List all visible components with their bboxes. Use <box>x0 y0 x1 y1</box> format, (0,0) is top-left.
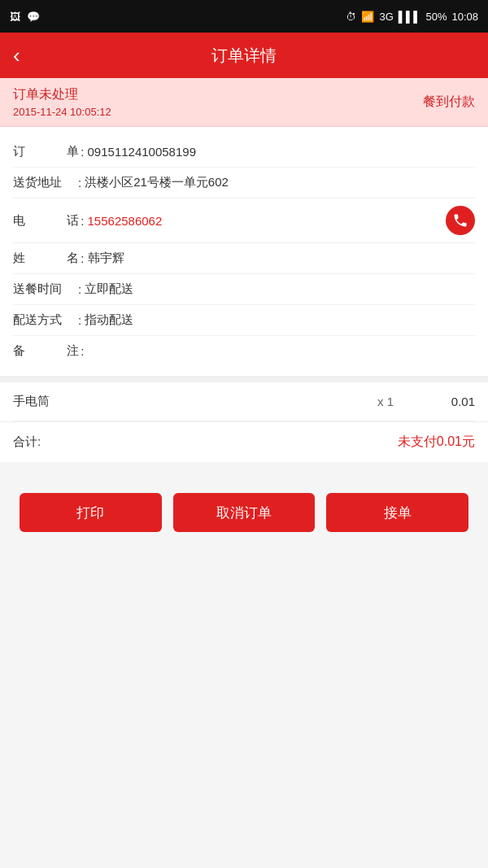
customer-name-value: 韩宇辉 <box>88 251 475 266</box>
order-number-row: 订 单 : 0915112410058199 <box>13 137 475 168</box>
delivery-method-value: 指动配送 <box>85 312 475 328</box>
payment-type: 餐到付款 <box>423 94 475 111</box>
print-button[interactable]: 打印 <box>20 493 162 532</box>
status-bar: 🖼 💬 ⏱ 📶 3G ▌▌▌ 50% 10:08 <box>0 0 488 33</box>
phone-label: 电 话 <box>13 213 81 229</box>
item-name: 手电筒 <box>13 394 353 409</box>
section-divider <box>0 376 488 382</box>
delivery-time-label: 送餐时间 <box>13 281 78 297</box>
phone-value: 15562586062 <box>88 214 446 228</box>
delivery-time-value: 立即配送 <box>85 281 475 297</box>
back-button[interactable]: ‹ <box>13 45 20 66</box>
total-label: 合计: <box>13 434 41 450</box>
order-number-colon: : <box>81 145 84 159</box>
phone-colon: : <box>81 214 84 228</box>
delivery-time-row: 送餐时间 : 立即配送 <box>13 274 475 305</box>
delivery-address-label: 送货地址 <box>13 175 78 190</box>
delivery-address-value: 洪楼小区21号楼一单元602 <box>85 175 475 190</box>
name-colon: : <box>81 251 84 265</box>
signal-bars-icon: ▌▌▌ <box>399 11 421 23</box>
delivery-address-row: 送货地址 : 洪楼小区21号楼一单元602 <box>13 168 475 198</box>
phone-row: 电 话 : 15562586062 <box>13 198 475 243</box>
order-number-value: 0915112410058199 <box>88 145 475 159</box>
remark-row: 备 注 : <box>13 336 475 366</box>
name-row: 姓 名 : 韩宇辉 <box>13 243 475 274</box>
clock-icon: ⏱ <box>346 11 356 23</box>
item-quantity: x 1 <box>353 395 418 408</box>
total-row: 合计: 未支付0.01元 <box>0 421 488 462</box>
time-display: 10:08 <box>451 11 478 23</box>
order-items-section: 手电筒 x 1 0.01 <box>0 382 488 421</box>
call-button[interactable] <box>446 206 475 235</box>
image-icon: 🖼 <box>10 11 20 23</box>
battery-percent: 50% <box>425 11 447 23</box>
order-date: 2015-11-24 10:05:12 <box>13 106 111 118</box>
wifi-icon: 📶 <box>361 11 374 23</box>
status-bar-right: ⏱ 📶 3G ▌▌▌ 50% 10:08 <box>346 11 478 23</box>
remark-colon: : <box>81 344 84 358</box>
order-status-text: 订单未处理 <box>13 86 111 103</box>
address-colon: : <box>78 176 81 190</box>
order-status-banner: 订单未处理 2015-11-24 10:05:12 餐到付款 <box>0 78 488 127</box>
message-icon: 💬 <box>27 11 40 23</box>
total-value: 未支付0.01元 <box>398 434 475 451</box>
delivery-method-row: 配送方式 : 指动配送 <box>13 305 475 336</box>
action-buttons-section: 打印 取消订单 接单 <box>0 469 488 556</box>
signal-type: 3G <box>379 11 393 23</box>
header: ‹ 订单详情 <box>0 33 488 78</box>
order-number-label: 订 单 <box>13 144 81 159</box>
order-details-section: 订 单 : 0915112410058199 送货地址 : 洪楼小区21号楼一单… <box>0 127 488 376</box>
delivery-time-colon: : <box>78 282 81 296</box>
accept-order-button[interactable]: 接单 <box>326 493 468 532</box>
name-label: 姓 名 <box>13 251 81 266</box>
item-price: 0.01 <box>418 395 475 408</box>
delivery-method-colon: : <box>78 313 81 327</box>
cancel-order-button[interactable]: 取消订单 <box>173 493 316 532</box>
remark-label: 备 注 <box>13 343 81 359</box>
page-title: 订单详情 <box>211 45 277 67</box>
order-item-row: 手电筒 x 1 0.01 <box>13 382 475 421</box>
delivery-method-label: 配送方式 <box>13 312 78 328</box>
bottom-space <box>0 556 488 719</box>
status-bar-left: 🖼 💬 <box>10 11 40 23</box>
